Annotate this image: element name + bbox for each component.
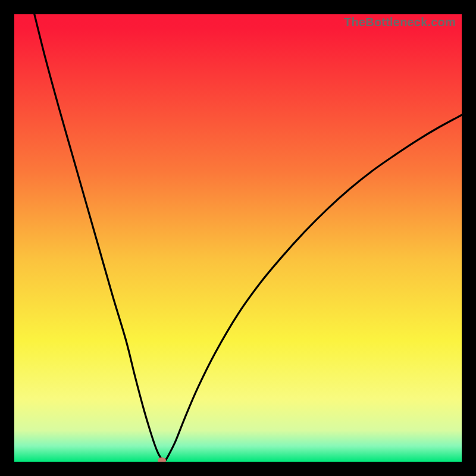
watermark-text: TheBottleneck.com	[344, 15, 456, 29]
chart-frame: TheBottleneck.com	[0, 0, 476, 476]
optimal-point-marker	[158, 458, 166, 462]
bottleneck-curve	[14, 14, 462, 462]
plot-area: TheBottleneck.com	[14, 14, 462, 462]
